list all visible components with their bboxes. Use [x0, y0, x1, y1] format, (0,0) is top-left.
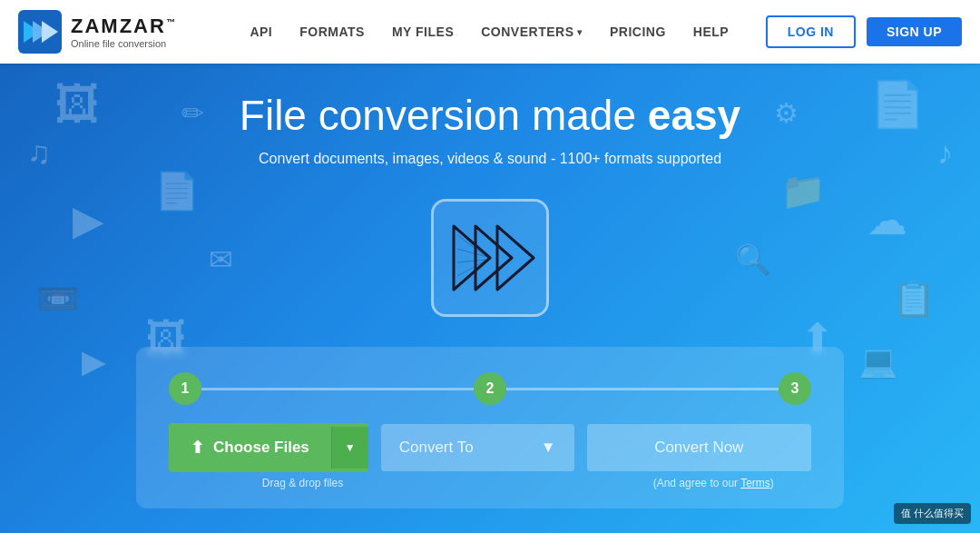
- bg-icon-laptop: 💻: [858, 345, 898, 377]
- converter-box: 1 2 3 ⬆ Choose Files ▼ Convert To ▼: [136, 347, 844, 508]
- nav-converters-label: CONVERTERS: [481, 25, 573, 39]
- hero-subtitle: Convert documents, images, videos & soun…: [259, 151, 721, 167]
- convert-now-label: Convert Now: [654, 439, 743, 456]
- logo-name: ZAMZAR™: [71, 15, 177, 38]
- watermark-badge: 值 什么值得买: [894, 503, 971, 524]
- nav-item-pricing[interactable]: PRICING: [610, 25, 666, 39]
- terms-link[interactable]: Terms: [740, 477, 770, 489]
- center-logo-inner: [431, 199, 549, 317]
- logo-trademark: ™: [166, 17, 177, 27]
- step-2-circle: 2: [474, 372, 506, 405]
- bg-icon-gear: ⚙: [774, 100, 799, 127]
- bg-icon-folder: 📁: [780, 173, 826, 209]
- choose-dropdown-arrow: ▼: [345, 441, 356, 454]
- steps-row: 1 2 3: [169, 372, 811, 405]
- bg-icon-ai: 📄: [869, 82, 926, 127]
- bg-icon-doc: 📄: [154, 173, 200, 209]
- navbar: ZAMZAR™ Online file conversion API FORMA…: [0, 0, 980, 64]
- logo-text-area: ZAMZAR™ Online file conversion: [71, 15, 177, 49]
- choose-files-dropdown[interactable]: ▼: [331, 427, 368, 469]
- step-line-2: [506, 388, 779, 390]
- svg-marker-6: [497, 226, 534, 290]
- choose-files-label: Choose Files: [213, 439, 309, 457]
- nav-item-my-files[interactable]: MY FILES: [392, 25, 454, 39]
- nav-item-converters[interactable]: CONVERTERS ▾: [481, 25, 583, 39]
- convert-now-button[interactable]: Convert Now: [587, 424, 811, 471]
- hero-title-bold: easy: [648, 92, 740, 139]
- terms-label-area: (And agree to our Terms): [616, 474, 811, 490]
- bg-icon-cloud: ☁: [867, 200, 907, 241]
- choose-files-main[interactable]: ⬆ Choose Files: [169, 423, 331, 472]
- bg-icon-search: 🔍: [735, 245, 771, 274]
- bg-icon-copy: 📋: [892, 281, 935, 316]
- spacer-label: [440, 474, 603, 490]
- bg-icon-video: ▶: [73, 200, 104, 241]
- signup-button[interactable]: SIGN UP: [867, 17, 962, 46]
- logo-tagline: Online file conversion: [71, 38, 177, 49]
- hero-title-normal: File conversion made: [240, 92, 648, 139]
- terms-text: (And agree to our Terms): [653, 477, 774, 489]
- login-button[interactable]: LOG IN: [766, 15, 856, 48]
- terms-suffix: ): [770, 477, 774, 489]
- drag-drop-text: Drag & drop files: [262, 477, 343, 489]
- step-1-circle: 1: [169, 372, 201, 405]
- zamzar-logo-icon: [18, 10, 62, 54]
- bg-icon-tape: 📼: [36, 281, 79, 316]
- bg-icon-jpg: 🖼: [54, 82, 100, 127]
- bottom-labels: Drag & drop files (And agree to our Term…: [169, 474, 811, 490]
- bg-icon-mail: ✉: [209, 245, 233, 274]
- upload-icon: ⬆: [191, 438, 204, 458]
- hero-title: File conversion made easy: [240, 91, 740, 140]
- logo-area: ZAMZAR™ Online file conversion: [18, 10, 177, 54]
- convert-to-label: Convert To: [399, 439, 474, 457]
- hero-section: 🖼 ♫ ▶ 📼 ▶ ✏ 📄 ✉ 🖼 📄 ♪ ☁ 📋 💻 ⚙ 📁 🔍 ⬆ File…: [0, 64, 980, 533]
- convert-to-arrow: ▼: [541, 439, 556, 457]
- logo-name-text: ZAMZAR: [71, 15, 166, 37]
- terms-prefix: (And agree to our: [653, 477, 741, 489]
- center-play-icon: [445, 217, 535, 299]
- bg-icon-music2: ♪: [937, 136, 954, 168]
- center-logo: [417, 185, 563, 331]
- bg-icon-pencil: ✏: [181, 100, 204, 127]
- drag-drop-label-area: Drag & drop files: [169, 474, 427, 490]
- action-row: ⬆ Choose Files ▼ Convert To ▼ Convert No…: [169, 423, 811, 472]
- step-line-1: [201, 388, 474, 390]
- nav-links: API FORMATS MY FILES CONVERTERS ▾ PRICIN…: [213, 25, 766, 39]
- step-3-circle: 3: [779, 372, 811, 405]
- nav-item-api[interactable]: API: [250, 25, 272, 39]
- converters-dropdown-arrow: ▾: [577, 27, 583, 37]
- nav-item-help[interactable]: HELP: [693, 25, 729, 39]
- bg-icon-yt: ▶: [82, 345, 106, 377]
- convert-to-button[interactable]: Convert To ▼: [381, 424, 574, 471]
- bg-icon-music: ♫: [27, 136, 51, 168]
- choose-files-button[interactable]: ⬆ Choose Files ▼: [169, 423, 368, 472]
- nav-item-formats[interactable]: FORMATS: [299, 25, 365, 39]
- nav-actions: LOG IN SIGN UP: [766, 15, 962, 48]
